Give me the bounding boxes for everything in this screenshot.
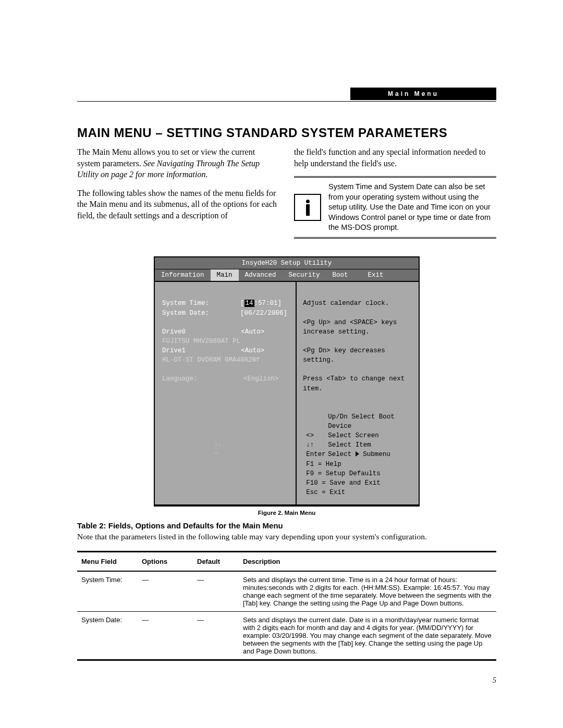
help-l3: <Pg Dn> key decreases setting. [303,346,412,365]
th-menu-field: Menu Field [77,552,138,572]
info-callout: System Time and System Date can also be … [294,176,496,239]
th-description: Description [239,552,496,572]
nav-item: Select Item [328,441,371,449]
field-drive0[interactable]: Drive0 [162,327,240,337]
nav-boot: Up/Dn Select Boot Device [306,412,412,431]
drive1-value[interactable]: <Auto> [240,346,290,355]
time-rest: :57:01] [254,300,282,307]
bios-left-pane: System Time: [14:57:01] System Date: [06… [155,282,297,504]
help-l4: Press <Tab> to change next item. [303,374,412,393]
intro-p2: The following tables show the names of t… [77,188,279,221]
triangle-right-icon [356,451,359,456]
fields-table: Menu Field Options Default Description S… [77,551,496,661]
table-row: System Time: — — Sets and displays the c… [77,571,496,612]
cell-field: System Date: [77,612,138,660]
tab-advanced[interactable]: Advanced [239,269,283,281]
th-default: Default [193,552,239,572]
page-header: Main Menu [77,89,496,102]
help-l1: Adjust calendar clock. [303,299,412,308]
nav-item-key: ↓↑ [306,440,328,450]
drive0-device: FUJITSU MHV2080AT PL [162,337,290,346]
nav-f1: F1 = Help [306,460,412,469]
header-section-label: Main Menu [350,88,496,100]
intro-p1: The Main Menu allows you to set or view … [77,146,279,180]
date-value[interactable]: [06/22/2006] [240,309,290,318]
intro-p3: the field's function and any special inf… [294,146,496,169]
th-options: Options [138,552,193,572]
field-drive1[interactable]: Drive1 [162,346,240,355]
bios-tabs: Information Main Advanced Security Boot … [155,269,419,282]
cell-options: — [138,612,193,660]
cell-field: System Time: [77,571,138,612]
field-system-time[interactable]: System Time: [162,299,240,308]
page-number: 5 [77,676,496,685]
bios-screenshot: InsydeH20 Setup Utility Information Main… [154,256,420,507]
nav-glyph-icon: ↑↓↔ [162,441,290,458]
figure-caption: Figure 2. Main Menu [154,510,420,516]
table-title: Table 2: Fields, Options and Defaults fo… [77,521,496,530]
nav-screen: Select Screen [328,432,379,439]
nav-f10: F10 = Save and Exit [306,478,412,488]
nav-esc: Esc = Exit [306,488,412,497]
field-language[interactable]: Language: [162,374,240,384]
cell-default: — [193,571,239,612]
table-row: System Date: — — Sets and displays the c… [77,612,496,660]
page-title: MAIN MENU – SETTING STANDARD SYSTEM PARA… [77,126,496,140]
tab-information[interactable]: Information [155,269,211,281]
tab-exit[interactable]: Exit [362,269,390,281]
nav-enter: Select [328,451,351,458]
nav-f9: F9 = Setup Defaults [306,469,412,478]
table-note: Note that the parameters listed in the f… [77,532,496,541]
bios-help-pane: Adjust calendar clock. <Pg Up> and <SPAC… [297,282,419,504]
cell-desc: Sets and displays the current time. Time… [239,571,496,612]
table-header-row: Menu Field Options Default Description [77,552,496,572]
nav-submenu: Submenu [363,451,390,458]
drive1-device: HL-DT-ST DVDRAM GMA4082Nf [162,355,290,365]
cell-options: — [138,571,193,612]
info-text: System Time and System Date can also be … [328,182,496,233]
tab-security[interactable]: Security [283,269,326,281]
cell-default: — [193,612,239,660]
drive0-value[interactable]: <Auto> [240,327,290,337]
tab-boot[interactable]: Boot [326,269,354,281]
info-icon [294,194,321,221]
tab-main[interactable]: Main [211,269,239,281]
time-hh[interactable]: 14 [244,300,254,307]
bios-title: InsydeH20 Setup Utility [155,257,419,269]
intro-columns: The Main Menu allows you to set or view … [77,146,496,239]
field-system-date[interactable]: System Date: [162,309,240,318]
cell-desc: Sets and displays the current date. Date… [239,612,496,660]
nav-enter-key: Enter [306,450,328,459]
nav-screen-key: <> [306,431,328,440]
help-l2: <Pg Up> and <SPACE> keys increase settin… [303,318,412,337]
language-value[interactable]: <English> [240,374,290,384]
